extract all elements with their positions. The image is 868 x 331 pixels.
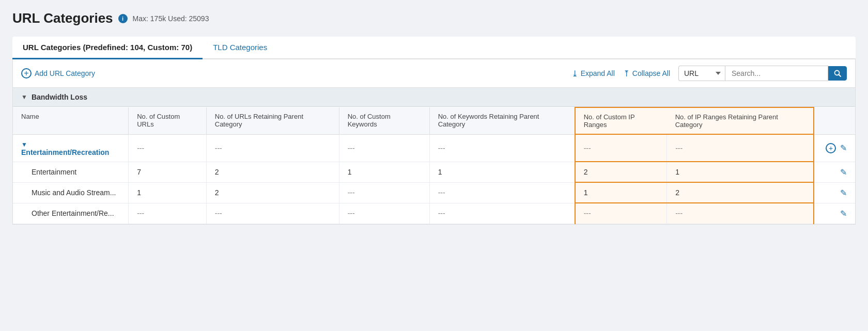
- search-group: URL Name Keyword: [678, 66, 847, 81]
- add-row-button[interactable]: +: [826, 143, 836, 153]
- cell-custom-ip-ranges: 1: [575, 182, 667, 203]
- table-row: ▼ Entertainment/Recreation --- --- --- -…: [13, 134, 855, 162]
- edit-row-button[interactable]: ✎: [840, 143, 847, 153]
- plus-circle-icon: +: [21, 68, 32, 78]
- search-icon: [834, 70, 841, 77]
- cell-keywords-retaining: ---: [429, 134, 575, 162]
- cell-urls-retaining: ---: [206, 203, 339, 224]
- col-custom-urls: No. of Custom URLs: [129, 107, 207, 134]
- cell-actions: ✎: [814, 162, 855, 182]
- edit-row-button[interactable]: ✎: [840, 167, 847, 177]
- table-header-row: Name No. of Custom URLs No. of URLs Reta…: [13, 107, 855, 134]
- row-chevron-icon: ▼: [21, 141, 27, 148]
- cell-name: Music and Audio Stream...: [13, 182, 129, 203]
- tabs-container: URL Categories (Predefined: 104, Custom:…: [12, 37, 856, 59]
- cell-ip-ranges-retaining: 2: [667, 182, 814, 203]
- expand-all-button[interactable]: ⤓ Expand All: [571, 69, 615, 78]
- cell-ip-ranges-retaining: ---: [667, 134, 814, 162]
- action-icons: ✎: [823, 209, 847, 218]
- cell-custom-ip-ranges: 2: [575, 162, 667, 182]
- tab-url-categories[interactable]: URL Categories (Predefined: 104, Custom:…: [12, 37, 203, 59]
- content-area: + Add URL Category ⤓ Expand All ⤒ Collap…: [12, 59, 856, 225]
- section-label: Bandwidth Loss: [32, 93, 87, 101]
- edit-row-button[interactable]: ✎: [840, 188, 847, 198]
- col-keywords-retaining: No. of Keywords Retaining Parent Categor…: [429, 107, 575, 134]
- col-actions: [814, 107, 855, 134]
- cell-keywords-retaining: 1: [429, 162, 575, 182]
- cell-custom-urls: 7: [129, 162, 207, 182]
- page-container: URL Categories i Max: 175k Used: 25093 U…: [0, 0, 868, 331]
- expand-chevron-icon: ⤓: [571, 69, 578, 78]
- table-row: Music and Audio Stream... 1 2 --- --- 1 …: [13, 182, 855, 203]
- main-table: Name No. of Custom URLs No. of URLs Reta…: [13, 107, 855, 224]
- col-ip-ranges-retaining: No. of IP Ranges Retaining Parent Catego…: [667, 107, 814, 134]
- col-custom-keywords: No. of Custom Keywords: [339, 107, 429, 134]
- cell-keywords-retaining: ---: [429, 203, 575, 224]
- col-custom-ip-ranges: No. of Custom IP Ranges: [575, 107, 667, 134]
- section-header: ▼ Bandwidth Loss: [13, 88, 855, 107]
- page-title: URL Categories: [12, 10, 113, 26]
- edit-row-button[interactable]: ✎: [840, 209, 847, 218]
- add-url-category-button[interactable]: + Add URL Category: [21, 68, 95, 78]
- info-icon[interactable]: i: [118, 14, 128, 23]
- cell-custom-ip-ranges: ---: [575, 134, 667, 162]
- collapse-all-button[interactable]: ⤒ Collapse All: [623, 69, 670, 78]
- cell-custom-keywords: 1: [339, 162, 429, 182]
- page-subtitle: Max: 175k Used: 25093: [133, 14, 209, 23]
- expand-label: Expand All: [581, 69, 615, 77]
- toolbar: + Add URL Category ⤓ Expand All ⤒ Collap…: [13, 59, 855, 88]
- cell-actions: + ✎: [814, 134, 855, 162]
- cell-name: Other Entertainment/Re...: [13, 203, 129, 224]
- tab-tld-categories[interactable]: TLD Categories: [203, 37, 277, 59]
- cell-custom-ip-ranges: ---: [575, 203, 667, 224]
- collapse-label: Collapse All: [632, 69, 670, 77]
- col-urls-retaining: No. of URLs Retaining Parent Category: [206, 107, 339, 134]
- cell-urls-retaining: ---: [206, 134, 339, 162]
- section-chevron-icon: ▼: [21, 93, 27, 101]
- cell-custom-urls: 1: [129, 182, 207, 203]
- search-dropdown[interactable]: URL Name Keyword: [678, 66, 725, 81]
- table-row: Entertainment 7 2 1 1 2 1 ✎: [13, 162, 855, 182]
- action-icons: + ✎: [823, 143, 847, 153]
- toolbar-right: ⤓ Expand All ⤒ Collapse All URL Name Key…: [571, 66, 847, 81]
- cell-ip-ranges-retaining: ---: [667, 203, 814, 224]
- table-row: Other Entertainment/Re... --- --- --- --…: [13, 203, 855, 224]
- page-header: URL Categories i Max: 175k Used: 25093: [12, 10, 856, 26]
- collapse-chevron-icon: ⤒: [623, 69, 630, 78]
- cell-urls-retaining: 2: [206, 182, 339, 203]
- cell-actions: ✎: [814, 203, 855, 224]
- svg-line-1: [839, 75, 841, 77]
- action-icons: ✎: [823, 167, 847, 177]
- action-icons: ✎: [823, 188, 847, 198]
- cell-actions: ✎: [814, 182, 855, 203]
- add-label: Add URL Category: [35, 69, 95, 77]
- cell-custom-keywords: ---: [339, 134, 429, 162]
- cell-custom-urls: ---: [129, 134, 207, 162]
- cell-name: ▼ Entertainment/Recreation: [13, 134, 129, 162]
- cell-urls-retaining: 2: [206, 162, 339, 182]
- cell-custom-keywords: ---: [339, 203, 429, 224]
- cell-keywords-retaining: ---: [429, 182, 575, 203]
- cell-name: Entertainment: [13, 162, 129, 182]
- cell-custom-urls: ---: [129, 203, 207, 224]
- search-input[interactable]: [725, 66, 828, 81]
- col-name: Name: [13, 107, 129, 134]
- cell-ip-ranges-retaining: 1: [667, 162, 814, 182]
- cell-custom-keywords: ---: [339, 182, 429, 203]
- search-button[interactable]: [828, 66, 847, 81]
